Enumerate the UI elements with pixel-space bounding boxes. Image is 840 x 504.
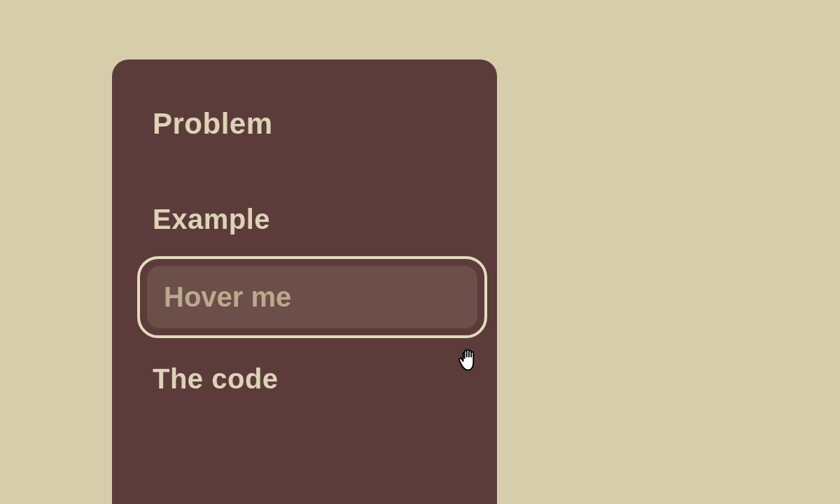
hover-outline: Hover me xyxy=(137,256,487,338)
hover-button[interactable]: Hover me xyxy=(137,256,487,338)
heading-problem: Problem xyxy=(153,107,456,141)
hover-inner: Hover me xyxy=(147,266,477,328)
hover-button-label: Hover me xyxy=(164,281,291,312)
heading-example: Example xyxy=(153,204,456,235)
content-card: Problem Example Hover me The code xyxy=(112,59,497,504)
heading-code: The code xyxy=(153,363,456,395)
